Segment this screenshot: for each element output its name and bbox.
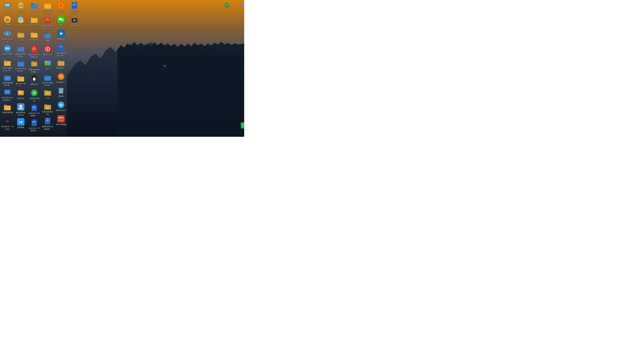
- icon-filmora[interactable]: W Wondersh... Filmora: [1, 117, 14, 131]
- icon-online-vote-zip[interactable]: ZIP 在线投票系统.zip: [41, 102, 54, 116]
- icon-bird-wallpaper[interactable]: 小鸟壁纸: [1, 15, 14, 28]
- icon-recycle-bin[interactable]: 回收站: [54, 86, 68, 100]
- icon-data-struct-pdf[interactable]: PDF 数据结构(C语言版).pdf: [28, 45, 41, 59]
- cloud-icon[interactable]: ☁: [240, 1, 243, 6]
- bookshop-label: 网上书店系统202001...: [42, 10, 54, 14]
- svg-point-40: [20, 18, 22, 20]
- svg-text:360: 360: [33, 92, 36, 94]
- icon-aspnet-small[interactable]: W ASP.NET小木屋网上...: [28, 103, 41, 118]
- icon-tencent-qq[interactable]: 腾讯QQ: [28, 74, 41, 88]
- icon-bookbook[interactable]: BookBook...: [54, 58, 68, 71]
- icon-network[interactable]: 🌐 网络: [41, 31, 54, 44]
- icon-baidu-pan[interactable]: 百度 百度网盘: [14, 117, 27, 131]
- svg-rect-46: [18, 62, 24, 66]
- icon-common-files[interactable]: 常用文件: [14, 88, 27, 102]
- icon-aspnet-student[interactable]: ASP.NET学生信息管系...: [1, 88, 14, 102]
- csharp-campus-label: C#窗体校园商品交易...: [1, 82, 14, 86]
- svg-rect-100: [32, 121, 36, 122]
- driver-update-label: 驱动更新(必须).exe: [14, 111, 27, 116]
- icon-aspnet-based3[interactable]: 基于ASP.NET...: [28, 30, 41, 44]
- screen-recorder-label: 屏幕录像专家绿色版...: [28, 68, 40, 73]
- side-action-button[interactable]: 7: [241, 122, 244, 128]
- sunflower-label: 向日葵: [58, 10, 64, 12]
- bookbook-icon: [57, 59, 65, 66]
- icon-online-vote[interactable]: 在线投票系统: [1, 103, 14, 116]
- aspnet-based1-label: 基于ASP.NET...: [14, 82, 27, 87]
- data-struct-c-label: 数据结构(C语言版本)...: [42, 125, 54, 130]
- icon-sunlogin[interactable]: ☀ SunloginCl...: [54, 72, 68, 86]
- icon-this-pc[interactable]: 此电脑: [1, 1, 14, 14]
- svg-rect-25: [5, 91, 9, 92]
- svg-rect-28: [4, 105, 7, 106]
- icon-360-compress[interactable]: 360 360压缩: [14, 1, 27, 14]
- icon-storm-player[interactable]: 暴风影音5: [54, 29, 68, 42]
- svg-rect-95: [32, 107, 35, 108]
- icon-360-manager[interactable]: 360 360软件管家: [1, 44, 14, 57]
- aspnet-small-icon: W: [30, 104, 38, 111]
- icon-sql-update[interactable]: 201805更新SQL 8小时...: [1, 58, 14, 72]
- svg-rect-47: [18, 61, 20, 62]
- icon-aspnet-single[interactable]: ASP.NET商单学生信...: [14, 59, 27, 73]
- aspnet-bookstore-label: ASP.NET网络书店系...: [42, 82, 54, 86]
- svg-rect-49: [18, 76, 20, 77]
- icon-111-zip[interactable]: ZIP 111.zip: [14, 30, 27, 43]
- icon-1-zip[interactable]: ZIP 1.zip: [41, 88, 54, 101]
- icon-online-exam[interactable]: OnlineExa...: [28, 1, 41, 14]
- icon-year-plan[interactable]: W 2019-202...学明18计...: [28, 118, 41, 133]
- online-vote-zip-icon: ZIP: [44, 103, 51, 110]
- icon-aspnet-based1[interactable]: 基于ASP.NET...: [14, 74, 27, 88]
- icon-data-struct-c[interactable]: W 数据结构(C语言版本)...: [41, 117, 54, 131]
- icon-netease-music[interactable]: 网易云音乐: [41, 45, 54, 58]
- icon-google-chrome[interactable]: Google Chrome: [14, 15, 27, 29]
- svg-point-137: [60, 18, 64, 21]
- wps-icon: WPS校园版: [57, 115, 65, 122]
- icon-360-security[interactable]: 360 360安全卫士: [54, 100, 68, 114]
- network-icon: 🌐: [44, 31, 51, 39]
- storm-player-icon: [57, 30, 65, 37]
- icon-pictures[interactable]: 图片: [41, 59, 54, 72]
- 360-browser-label: -360安全浏览器: [28, 97, 40, 102]
- 360-browser-icon: 360: [30, 89, 38, 96]
- svg-text:🌐: 🌐: [47, 35, 48, 37]
- icon-wechat[interactable]: 微信: [54, 15, 68, 28]
- icon-wps-campus[interactable]: WPS校园版 WPS 校园版: [54, 114, 68, 128]
- icon-aspnet-university[interactable]: W ASP.NET大学生在线...: [68, 1, 81, 15]
- icon-muwai-review[interactable]: 慕唯影评网管理系统...: [14, 44, 27, 58]
- svg-rect-72: [32, 49, 36, 50]
- icon-csharp-campus[interactable]: C# C#窗体校园商品交易...: [1, 73, 14, 87]
- cs-college-icon: W: [57, 44, 65, 51]
- icon-bookshop[interactable]: 网上书店系统202001...: [41, 1, 54, 15]
- screen-mp4-icon: [71, 16, 78, 24]
- aspnet-bookstore-icon: [44, 73, 51, 81]
- icon-data-algo-pdf[interactable]: PDF 数据结构与算法(C语...: [41, 16, 54, 30]
- svg-rect-23: [5, 89, 7, 90]
- svg-text:W: W: [47, 118, 48, 120]
- sunlogin-label: SunloginCl...: [56, 81, 66, 83]
- netease-icon: [44, 45, 51, 53]
- svg-rect-102: [44, 4, 51, 9]
- svg-rect-48: [18, 77, 24, 81]
- icon-aspnet-based2[interactable]: 基于ASP.NET...: [28, 15, 41, 29]
- side-btn-label: 7: [242, 124, 243, 126]
- svg-rect-61: [31, 4, 38, 9]
- svg-rect-53: [18, 92, 22, 93]
- recycle-bin-label: 回收站: [58, 95, 64, 97]
- desktop-icons-container: 此电脑 小鸟壁纸 e Internet Explorer 360 360软件管家…: [1, 1, 81, 136]
- icon-360-browser[interactable]: 360 -360安全浏览器: [28, 88, 41, 103]
- svg-rect-167: [72, 5, 76, 5]
- icon-aspnet-bookstore[interactable]: ASP.NET网络书店系...: [41, 73, 54, 87]
- aspnet-based1-icon: [17, 74, 24, 82]
- chrome-label: Google Chrome: [14, 24, 27, 29]
- 360-manager-icon: 360: [4, 45, 11, 52]
- icon-driver-update[interactable]: 驱动 驱动更新(必须).exe: [14, 103, 27, 117]
- year-plan-label: 2019-202...学明18计...: [28, 127, 40, 132]
- icon-screen-mp4[interactable]: 录屏.mp4: [68, 16, 81, 29]
- icon-cs-college[interactable]: W 计算机科学学院_计算...: [54, 43, 68, 57]
- svg-rect-27: [4, 106, 11, 110]
- icon-internet-explorer[interactable]: e Internet Explorer: [1, 29, 14, 43]
- icon-screen-recorder[interactable]: ● 屏幕录像专家绿色版...: [28, 60, 41, 74]
- online-vote-label: 在线投票系统: [2, 111, 13, 114]
- svg-rect-155: [60, 88, 62, 89]
- icon-sunflower[interactable]: ☀ 向日葵: [54, 1, 68, 14]
- svg-rect-42: [18, 32, 20, 33]
